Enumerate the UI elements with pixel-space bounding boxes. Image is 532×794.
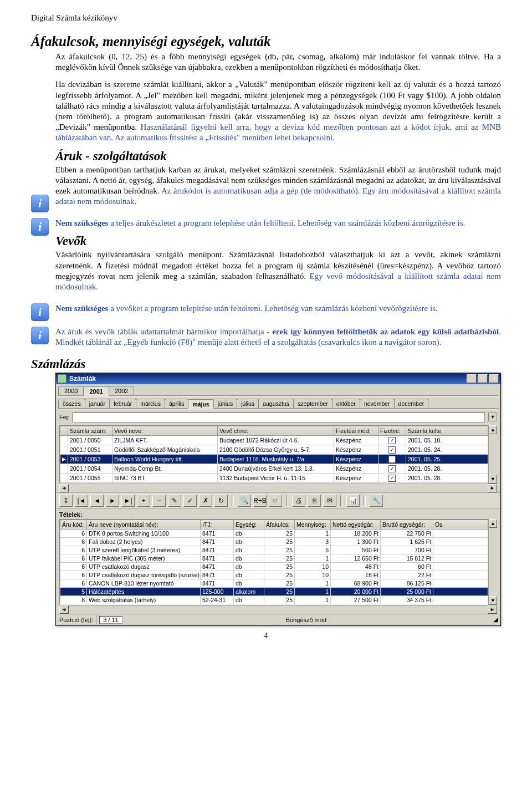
column-header[interactable]	[60, 426, 68, 435]
month-tab[interactable]: március	[136, 399, 165, 408]
table-row[interactable]: 2001 / 0051Gödöllői Szakképző Magániskol…	[60, 445, 488, 454]
invoices-grid[interactable]: Számla szám:Vevő neve:Vevő címe:Fizetési…	[59, 425, 488, 483]
heading-aruk: Áruk - szolgáltatások	[55, 149, 501, 164]
column-header[interactable]: Vevő címe:	[218, 426, 334, 435]
maximize-button[interactable]: □	[478, 374, 488, 383]
toolbar-button[interactable]: R+B	[253, 495, 267, 507]
toolbar-button[interactable]: 🖨	[292, 495, 305, 507]
toolbar-button[interactable]: ►|	[121, 495, 135, 507]
year-tab[interactable]: 2002	[109, 386, 134, 395]
toolbar-button[interactable]: ✓	[183, 495, 197, 507]
year-tab[interactable]: 2001	[83, 386, 109, 396]
checkbox-icon: ✓	[388, 446, 396, 454]
para-vevok: Vásárlóink nyilvántartására szolgáló men…	[55, 250, 501, 292]
toolbar-button[interactable]: ↻	[214, 495, 228, 507]
table-row[interactable]: 6UTP falkábel PIC (305 méter)8471db25112…	[60, 554, 488, 562]
toolbar-button[interactable]: ☞	[269, 495, 282, 507]
toolbar-button[interactable]: ✎	[168, 495, 181, 507]
column-header[interactable]: Fizetve:	[378, 426, 406, 435]
toolbar-button[interactable]: 📊	[346, 495, 360, 507]
table-row[interactable]: 8Web szolgáltatás (tárhely)52-24-31db251…	[60, 596, 488, 604]
column-header[interactable]: Áru kód:	[60, 520, 87, 529]
month-tab[interactable]: április	[165, 399, 188, 408]
month-tab[interactable]: július	[237, 399, 259, 408]
table-row[interactable]: 6DTK 8 portos Switching 10/1008471db2511…	[60, 529, 488, 537]
toolbar-button[interactable]: ⎘	[308, 495, 321, 507]
toolbar-button[interactable]: ◄	[90, 495, 104, 507]
table-row[interactable]: 6UTP szerelt lengőkábel (3 méteres)8471d…	[60, 546, 488, 554]
month-tab[interactable]: december	[394, 399, 429, 408]
month-tab[interactable]: június	[213, 399, 237, 408]
toolbar-button[interactable]: −	[152, 495, 166, 507]
month-tab[interactable]: február	[109, 399, 136, 408]
para-import: Az áruk és vevők táblák adattartalmát bá…	[55, 327, 501, 348]
table-row[interactable]: 2001 / 0055SINC 73 BT1132 Budapest Victo…	[60, 473, 488, 482]
month-tab[interactable]: november	[360, 399, 395, 408]
para-aruk-note: Nem szükséges a teljes árukészletet a pr…	[55, 218, 501, 228]
toolbar-button[interactable]: |◄	[75, 495, 88, 507]
minimize-button[interactable]: _	[467, 374, 477, 383]
table-row[interactable]: ▶2001 / 0053Balloon World Hungary kft.Bu…	[60, 454, 488, 464]
column-header[interactable]: Vevő neve:	[112, 426, 218, 435]
app-icon	[58, 374, 66, 383]
items-grid[interactable]: Áru kód:Áru neve (nyomtatási név):ITJ:Eg…	[59, 519, 488, 605]
column-header[interactable]: Egység:	[234, 520, 264, 529]
column-header[interactable]: Számla kelte	[406, 426, 488, 435]
v-scrollbar[interactable]: ▲▼	[488, 425, 497, 483]
h-scrollbar[interactable]: ◄►	[59, 483, 497, 492]
mode-label: Böngésző mód	[283, 615, 330, 624]
h-scrollbar[interactable]: ◄►	[59, 605, 497, 614]
toolbar-button[interactable]: 🔧	[370, 495, 383, 507]
month-tab[interactable]: május	[188, 399, 213, 409]
column-header[interactable]: Számla szám:	[68, 426, 112, 435]
toolbar-button[interactable]: ↧	[59, 495, 73, 507]
info-icon: i	[31, 195, 49, 212]
month-tabs: összesjanuárfebruármárciusáprilismájusjú…	[56, 398, 500, 408]
month-tab[interactable]: január	[85, 399, 110, 408]
info-icon: i	[31, 303, 49, 321]
dropdown-icon[interactable]: ▼	[488, 413, 497, 421]
year-tab[interactable]: 2000	[58, 386, 84, 395]
v-scrollbar[interactable]: ▲▼	[488, 519, 497, 605]
toolbar-button[interactable]: 🔍	[238, 495, 251, 507]
month-tab[interactable]: augusztus	[258, 399, 294, 408]
month-tab[interactable]: október	[332, 399, 360, 408]
checkbox-icon: ✓	[388, 475, 396, 482]
titlebar: Számlák _ □ ×	[56, 373, 500, 384]
year-tabs: 200020012002	[56, 384, 500, 395]
column-header[interactable]: Fizetési mód:	[334, 426, 378, 435]
pos-value: 3 / 11	[99, 616, 122, 624]
column-header[interactable]: Bruttó egységár:	[381, 520, 433, 529]
toolbar-button[interactable]: ►	[106, 495, 119, 507]
table-row[interactable]: 6Fali doboz (2 helyes)8471db2531 300 Ft1…	[60, 537, 488, 546]
heading-szamlazas: Számlázás	[31, 357, 501, 371]
table-row[interactable]: 2001 / 0050ZILJMA KFT.Budapest 1072 Rákó…	[60, 435, 488, 445]
column-header[interactable]: Nettó egységár:	[331, 520, 381, 529]
table-row[interactable]: 6UTP csatlakozó dugasz8471db251048 Ft60 …	[60, 562, 488, 571]
month-tab[interactable]: összes	[58, 399, 85, 408]
info-icon: i	[31, 327, 49, 344]
table-row[interactable]: 6UTP csatlakozó dugasz törésgátló (szürk…	[60, 571, 488, 579]
toolbar-button[interactable]: ✉	[323, 495, 336, 507]
window-title: Számlák	[69, 375, 96, 383]
heading-afakulcsok: Áfakulcsok, mennyiségi egységek, valuták	[31, 34, 501, 49]
month-tab[interactable]: szeptember	[293, 399, 332, 408]
toolbar-button[interactable]: ✗	[199, 495, 212, 507]
toolbar: ↧|◄◄►►|+−✎✓✗↻🔍R+B☞🖨⎘✉📊🔧	[56, 492, 500, 509]
close-button[interactable]: ×	[489, 374, 499, 383]
column-header[interactable]: ITJ:	[201, 520, 234, 529]
table-row[interactable]: 6CANON LBP-810 lézer nyomtató8471db25168…	[60, 579, 488, 587]
toolbar-button[interactable]: +	[137, 495, 150, 507]
column-header[interactable]: Ös	[433, 520, 488, 529]
resize-grip-icon[interactable]: ◢	[490, 616, 500, 623]
column-header[interactable]: Mennyiség:	[295, 520, 331, 529]
table-row[interactable]: 5Hálózatépítés125-000alkalom25120 000 Ft…	[60, 587, 488, 596]
para-aruk: Ebben a menüpontban tarthatjuk karban az…	[55, 165, 501, 207]
filter-bar: Fej: ▼	[56, 410, 500, 424]
doc-header: Digital Számla kézikönyv	[31, 13, 501, 23]
column-header[interactable]: Áfakulcs:	[264, 520, 295, 529]
table-row[interactable]: 2001 / 0054Nyomda-Comp Bt.2400 Dunaújvár…	[60, 464, 488, 473]
para-afa-currency: Ha devizában is szeretne számlát kiállít…	[55, 79, 501, 143]
column-header[interactable]: Áru neve (nyomtatási név):	[87, 520, 201, 529]
filter-input[interactable]	[73, 412, 485, 423]
